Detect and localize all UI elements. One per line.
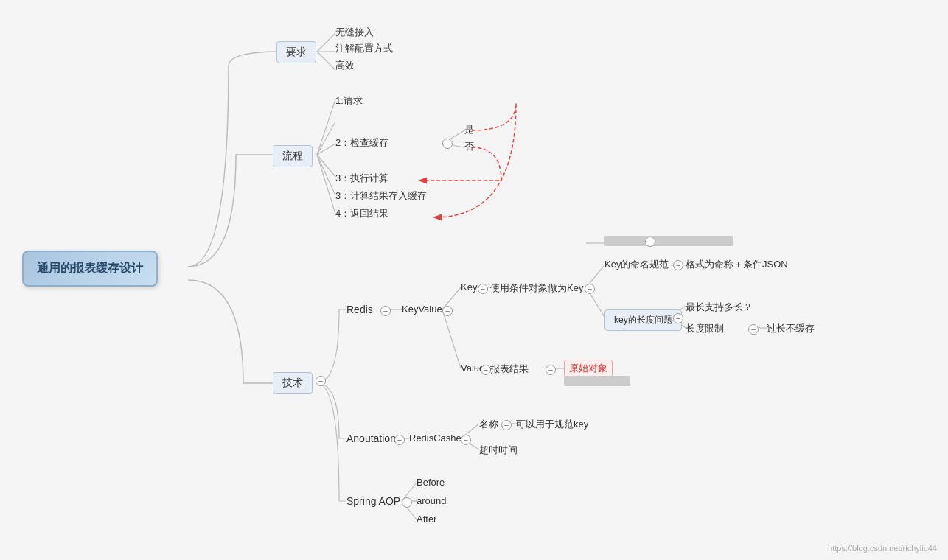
key-naming-minus[interactable]: − xyxy=(673,260,683,270)
aop-after: After xyxy=(417,514,436,525)
key-naming: Key的命名规范 xyxy=(604,258,669,271)
svg-line-3 xyxy=(317,99,335,155)
flow-step3b: 3：计算结果存入缓存 xyxy=(335,189,427,203)
aop-minus[interactable]: − xyxy=(402,497,412,508)
annotation-sub-minus[interactable]: − xyxy=(461,435,471,445)
key-length-q: 最长支持多长？ xyxy=(686,301,753,314)
redis-key: Key xyxy=(461,281,477,293)
jishu-minus[interactable]: − xyxy=(316,376,326,386)
redis-value-minus[interactable]: − xyxy=(481,365,491,375)
key-length-minus[interactable]: − xyxy=(673,313,683,323)
svg-line-0 xyxy=(317,33,335,52)
redis-key-desc: 使用条件对象做为Key xyxy=(490,281,583,295)
branch-liucheng: 流程 xyxy=(273,145,313,167)
aop-around: around xyxy=(417,495,446,506)
annotation-name: 名称 xyxy=(479,418,498,431)
redis-key-minus[interactable]: − xyxy=(478,284,488,294)
redis-key-desc-minus[interactable]: − xyxy=(585,284,595,294)
annotation-main: Anoutation xyxy=(346,433,396,444)
branch-yaoqiu: 要求 xyxy=(276,41,316,63)
flow-step2: 2：检查缓存 xyxy=(335,136,388,150)
annotation-timeout: 超时时间 xyxy=(479,444,517,457)
svg-line-7 xyxy=(317,155,335,177)
aop-before: Before xyxy=(417,477,445,488)
key-length-limit: 长度限制 xyxy=(686,322,724,335)
yaoqiu-item-2: 注解配置方式 xyxy=(335,42,393,55)
flow-yes: 是 xyxy=(464,123,474,136)
annotation-name-desc: 可以用于规范key xyxy=(516,418,588,431)
svg-line-2 xyxy=(317,52,335,70)
flow-step2-minus[interactable]: − xyxy=(442,139,453,149)
key-length-box: key的长度问题 xyxy=(604,309,682,331)
svg-line-9 xyxy=(317,155,335,214)
annotation-sub: RedisCashed xyxy=(409,433,467,444)
watermark: https://blog.csdn.net/richyliu44 xyxy=(828,544,937,553)
mind-map: 通用的报表缓存设计 要求 无缝接入 注解配置方式 高效 流程 1:请求 2：检查… xyxy=(0,0,948,560)
yaoqiu-item-1: 无缝接入 xyxy=(335,26,374,39)
annotation-name-minus[interactable]: − xyxy=(501,420,512,430)
root-node: 通用的报表缓存设计 xyxy=(22,251,158,287)
flow-step3a: 3：执行计算 xyxy=(335,172,388,185)
aop-main: Spring AOP xyxy=(346,495,400,507)
svg-line-6 xyxy=(317,144,335,155)
redis-keyvalue: KeyValue xyxy=(402,304,442,315)
svg-line-8 xyxy=(317,155,335,195)
key-length-limit-minus[interactable]: − xyxy=(748,324,759,335)
flow-no: 否 xyxy=(464,140,474,153)
svg-line-5 xyxy=(317,122,335,155)
blurred-top-value xyxy=(660,234,733,246)
redis-minus[interactable]: − xyxy=(380,306,391,316)
svg-line-14 xyxy=(442,309,461,368)
redis-value-desc: 报表结果 xyxy=(490,363,529,376)
redis-value-blurred xyxy=(564,374,630,386)
flow-step1: 1:请求 xyxy=(335,94,363,108)
blurred-top-minus[interactable]: − xyxy=(645,237,655,247)
key-length-action: 过长不缓存 xyxy=(767,322,815,335)
flow-step4: 4：返回结果 xyxy=(335,207,388,220)
yaoqiu-item-3: 高效 xyxy=(335,59,355,72)
redis-keyvalue-minus[interactable]: − xyxy=(442,306,453,316)
redis-main: Redis xyxy=(346,304,373,315)
key-naming-desc: 格式为命称＋条件JSON xyxy=(686,258,788,271)
annotation-minus[interactable]: − xyxy=(394,435,405,445)
redis-value-desc-minus[interactable]: − xyxy=(546,365,556,375)
branch-jishu: 技术 xyxy=(273,372,313,394)
